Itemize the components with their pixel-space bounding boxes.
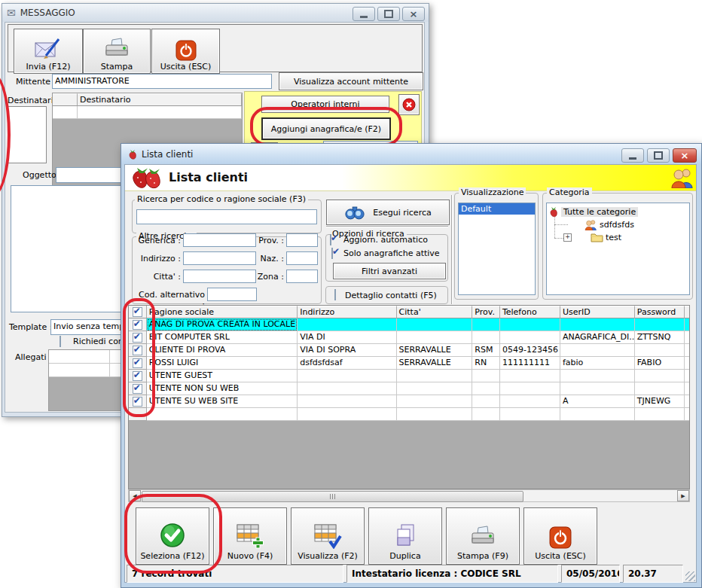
table-row[interactable]: ✔UTENTE SU WEB SITEATJNEWG <box>129 395 689 408</box>
cell-prov <box>472 331 500 344</box>
cell-password <box>635 318 685 331</box>
zona-input[interactable] <box>286 270 318 283</box>
esegui-ricerca-button[interactable]: Esegui ricerca <box>326 200 450 225</box>
send-mail-icon <box>34 37 63 61</box>
status-time: 20.37 <box>623 565 683 583</box>
cell-userid: ANAGRAFICA_DI... <box>560 331 635 344</box>
maximize-button[interactable] <box>647 148 670 163</box>
close-button[interactable]: × <box>402 7 425 21</box>
column-header-ragione_sociale[interactable]: Ragione sociale <box>147 306 298 318</box>
stampa-button-label: Stampa (F9) <box>457 551 508 561</box>
check-icon: ✔ <box>331 233 338 243</box>
esegui-ricerca-label: Esegui ricerca <box>373 208 431 218</box>
nuovo-button[interactable]: Nuovo (F4) <box>213 507 287 565</box>
filtri-avanzati-button[interactable]: Filtri avanzati <box>333 263 446 279</box>
power-icon <box>549 526 572 549</box>
tree-item-label[interactable]: Tutte le categorie <box>561 207 638 217</box>
tree-item-label[interactable]: sdfdsfds <box>600 220 634 230</box>
power-icon <box>176 40 197 61</box>
tree-item-tutte-le-categorie[interactable]: Tutte le categorie <box>548 206 638 218</box>
aggiorn-automatico-checkbox[interactable]: ✔ <box>330 234 331 245</box>
cell-indirizzo <box>298 395 396 408</box>
strawberry-icon <box>130 166 163 190</box>
resize-grip[interactable] <box>685 571 695 581</box>
table-row[interactable]: ✔UTENTE GUEST <box>129 370 689 382</box>
cell-empty <box>560 408 635 421</box>
visualizza-account-button[interactable]: Visualizza account mittente <box>279 72 423 90</box>
table-row[interactable]: ✔BIT COMPUTER SRLVIA DIANAGRAFICA_DI...Z… <box>129 331 689 344</box>
template-label: Template : <box>9 322 52 332</box>
minimize-icon <box>629 157 636 160</box>
cell-citta <box>397 331 473 344</box>
maximize-button[interactable] <box>377 7 400 21</box>
table-row[interactable]: ✔ANAG DI PROVA CREATA IN LOCALE <box>129 318 689 331</box>
richiedi-conferma-checkbox[interactable] <box>60 336 61 347</box>
cell-password: ZTTSNQ <box>635 331 685 344</box>
uscita-button[interactable]: Uscita (ESC) <box>151 29 220 74</box>
destinatario-column-header[interactable]: Destinatario <box>78 93 242 106</box>
stampa-button[interactable]: Stampa (F9) <box>446 507 520 565</box>
tree-connector <box>554 224 568 225</box>
cell-password: TJNEWG <box>635 395 685 408</box>
aggiorn-automatico-label: Aggiorn. automatico <box>343 235 428 245</box>
column-header-telefono[interactable]: Telefono <box>500 306 560 318</box>
lista-window-title: Lista clienti <box>142 149 193 160</box>
list-item-default[interactable]: Default <box>459 203 535 215</box>
cell-telefono <box>500 318 560 331</box>
search-input[interactable] <box>136 209 317 224</box>
destinatario-corner-cell <box>53 93 78 106</box>
duplica-button-label: Duplica <box>389 551 420 561</box>
cell-ragione_sociale: ANAG DI PROVA CREATA IN LOCALE <box>147 318 298 331</box>
column-header-prov[interactable]: Prov. <box>472 306 500 318</box>
tree-item-label[interactable]: test <box>606 233 621 242</box>
minimize-icon <box>360 16 368 18</box>
dettaglio-contatti-checkbox[interactable] <box>334 289 336 300</box>
empty-row <box>129 408 689 421</box>
uscita-button[interactable]: Uscita (ESC) <box>523 507 597 565</box>
allegati-cell <box>49 350 110 364</box>
column-header-password[interactable]: Password <box>635 306 685 318</box>
delete-red-icon <box>402 98 416 111</box>
cell-citta: SERRAVALLE <box>397 344 473 357</box>
cell-filler <box>685 318 689 331</box>
tree-item-sdfdsfds[interactable]: sdfdsfds <box>584 218 634 231</box>
table-row[interactable]: ✔CLIENTE DI PROVAVIA DI SOPRASERRAVALLER… <box>129 344 689 357</box>
column-header-indirizzo[interactable]: Indirizzo <box>298 306 396 318</box>
invia-button[interactable]: Invia (F12) <box>14 29 83 74</box>
visualizzazione-listbox[interactable]: Default <box>458 203 536 295</box>
binoculars-icon <box>344 206 365 220</box>
visualizza-button[interactable]: Visualizza (F2) <box>291 507 365 565</box>
duplica-button[interactable]: Duplica <box>368 507 442 565</box>
indirizzo-label: Indirizzo : <box>125 254 181 264</box>
column-header-citta[interactable]: Citta' <box>397 306 473 318</box>
solo-anagrafiche-checkbox[interactable]: ✔ <box>331 248 333 259</box>
cell-filler <box>685 344 689 357</box>
cell-ragione_sociale: CLIENTE DI PROVA <box>147 344 298 357</box>
table-row[interactable]: ✔UTENTE NON SU WEB <box>129 382 689 395</box>
close-icon: × <box>410 8 418 20</box>
expand-plus-icon[interactable]: + <box>563 233 572 242</box>
remove-destinatario-button[interactable] <box>398 94 420 115</box>
printer-icon <box>469 525 497 549</box>
minimize-button[interactable] <box>621 148 644 163</box>
cod-alternativo-input[interactable] <box>207 288 257 301</box>
messaggio-toolbar: Invia (F12) Stampa <box>8 24 423 72</box>
cell-prov <box>472 370 500 382</box>
lista-titlebar[interactable]: Lista clienti × <box>121 144 701 164</box>
messaggio-titlebar[interactable]: ✉ MESSAGGIO × <box>2 4 429 22</box>
minimize-button[interactable] <box>353 7 375 21</box>
categoria-tree[interactable]: Tutte le categorie sdfdsfds <box>546 203 690 295</box>
tree-item-test[interactable]: + test <box>563 231 621 244</box>
column-header-userid[interactable]: UserID <box>560 306 635 318</box>
stampa-button[interactable]: Stampa <box>83 29 151 74</box>
zona-label: Zona : <box>230 272 284 282</box>
categoria-group: Categoria Tutte le categorie <box>542 193 693 300</box>
close-button[interactable]: × <box>673 148 697 163</box>
mittente-input[interactable]: AMMINISTRATORE <box>52 74 272 89</box>
table-row[interactable]: ✔ROSSI LUIGIdsfdsfdsafSERRAVALLERN111111… <box>129 357 689 370</box>
separator <box>451 195 453 304</box>
prov-label: Prov. : <box>230 236 284 245</box>
naz-input[interactable] <box>286 251 318 265</box>
scroll-right-arrow-icon[interactable]: ▶ <box>677 490 689 501</box>
prov-input[interactable] <box>286 233 318 247</box>
